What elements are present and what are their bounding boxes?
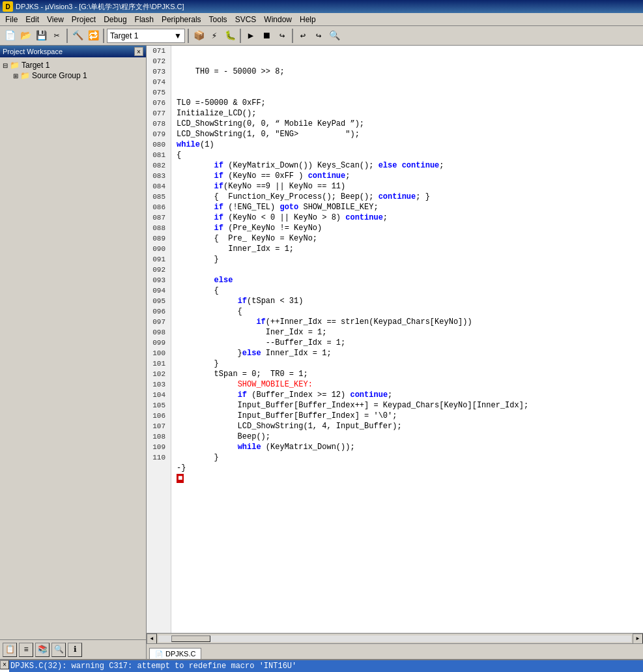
toolbar: 📄 📂 💾 ✂ 🔨 🔁 Target 1 ▼ 📦 ⚡ 🐛 ▶ ⏹ ↪ ↩ ↪ 🔍	[0, 26, 643, 46]
code-line: }else Inner_Idx = 1;	[177, 348, 643, 358]
menu-view[interactable]: View	[43, 14, 68, 25]
code-line: { Function_Key_Process(); Beep(); contin…	[177, 192, 643, 202]
line-number: 086	[149, 202, 168, 212]
toolbar-open[interactable]: 📂	[18, 29, 33, 43]
main-layout: Project Workspace × ⊟ 📁 Target 1 ⊞ 📁 Sou…	[0, 46, 643, 659]
line-number: 087	[149, 212, 168, 223]
menu-peripherals[interactable]: Peripherals	[158, 14, 205, 25]
sidebar-tree: ⊟ 📁 Target 1 ⊞ 📁 Source Group 1	[0, 57, 146, 639]
sidebar-btn-book[interactable]: 📚	[35, 643, 50, 657]
scroll-right-button[interactable]: ►	[633, 634, 643, 644]
line-number: 096	[149, 306, 168, 317]
menu-project[interactable]: Project	[68, 14, 100, 25]
sidebar-btn-regs[interactable]: ≡	[19, 643, 33, 657]
toolbar-flash2[interactable]: ⚡	[207, 29, 221, 43]
code-line: Iner_Idx = 1;	[177, 327, 643, 338]
code-editor[interactable]: 0710720730740750760770780790800810820830…	[147, 46, 643, 633]
toolbar-cut[interactable]: ✂	[50, 29, 64, 43]
line-number: 107	[149, 421, 168, 431]
code-content: 0710720730740750760770780790800810820830…	[147, 46, 643, 633]
sidebar-btn-build[interactable]: 📋	[3, 643, 17, 657]
group-folder-icon: 📁	[20, 71, 30, 80]
line-number: 075	[149, 87, 168, 98]
menu-debug[interactable]: Debug	[100, 14, 130, 25]
line-number: 074	[149, 77, 168, 87]
toolbar-rebuild[interactable]: 🔁	[86, 29, 100, 43]
code-line: else	[177, 275, 643, 285]
line-number: 103	[149, 379, 168, 390]
toolbar-undo[interactable]: ↩	[296, 29, 310, 43]
code-tab-label: DPJKS.C	[165, 650, 195, 658]
menu-flash[interactable]: Flash	[131, 14, 158, 25]
code-line: }	[177, 452, 643, 463]
line-number: 079	[149, 129, 168, 139]
code-lines[interactable]: TH0 = - 50000 >> 8;TL0 =-50000 & 0xFF;In…	[171, 46, 643, 633]
toolbar-run[interactable]: ▶	[244, 29, 258, 43]
code-line: }	[177, 254, 643, 265]
code-line: SHOW_MOBILE_KEY:	[177, 379, 643, 390]
target-dropdown[interactable]: Target 1 ▼	[107, 29, 185, 43]
toolbar-build[interactable]: 🔨	[70, 29, 85, 43]
line-number: 106	[149, 411, 168, 421]
line-number: 073	[149, 66, 168, 77]
code-line: {	[177, 285, 643, 296]
toolbar-device[interactable]: 📦	[192, 29, 206, 43]
menu-window[interactable]: Window	[260, 14, 296, 25]
menu-file[interactable]: File	[1, 14, 21, 25]
plus-icon: ⊞	[13, 72, 18, 80]
sidebar-item-target1[interactable]: ⊟ 📁 Target 1	[3, 60, 143, 70]
code-line: tSpan = 0; TR0 = 1;	[177, 369, 643, 379]
scroll-thumb[interactable]	[171, 635, 210, 642]
output-close-button[interactable]: ×	[0, 660, 9, 669]
toolbar-new[interactable]: 📄	[3, 29, 17, 43]
folder-icon: 📁	[10, 61, 20, 70]
line-number: 095	[149, 296, 168, 306]
code-line: { Pre_ KeyNo = KeyNo;	[177, 233, 643, 244]
code-line: if (!ENG_TEL) goto SHOW_MOBILE_KEY;	[177, 202, 643, 212]
horizontal-scrollbar[interactable]: ◄ ►	[147, 633, 643, 643]
code-line: LCD_ShowString(1, 0, "ENG> ");	[177, 129, 643, 139]
line-number: 098	[149, 327, 168, 338]
sidebar-item-source-group[interactable]: ⊞ 📁 Source Group 1	[13, 70, 143, 81]
code-line: -}	[177, 463, 643, 473]
output-content: × DPJKS.C(32): warning C317: attempt to …	[0, 660, 643, 672]
code-line: while(1)	[177, 139, 643, 150]
toolbar-sep3	[188, 29, 189, 43]
toolbar-step[interactable]: ↪	[275, 29, 289, 43]
code-line: if (Pre_KeyNo != KeyNo)	[177, 223, 643, 233]
code-line: Input_Buffer[Buffer_Index++] = Keypad_Ch…	[177, 400, 643, 411]
toolbar-debug2[interactable]: 🐛	[223, 29, 237, 43]
toolbar-redo[interactable]: ↪	[311, 29, 326, 43]
line-number: 072	[149, 56, 168, 66]
toolbar-save[interactable]: 💾	[34, 29, 48, 43]
line-number: 082	[149, 160, 168, 171]
line-number: 099	[149, 338, 168, 348]
line-number: 108	[149, 431, 168, 442]
sidebar-header: Project Workspace ×	[0, 46, 146, 57]
line-number: 109	[149, 442, 168, 452]
project-workspace: Project Workspace × ⊟ 📁 Target 1 ⊞ 📁 Sou…	[0, 46, 147, 659]
line-number: 083	[149, 171, 168, 181]
sidebar-btn-info[interactable]: ℹ	[68, 643, 82, 657]
title-text: DPJKS - µVision3 - [G:\单机学习\程序文件\DPJKS.C…	[16, 2, 184, 12]
toolbar-stop[interactable]: ⏹	[259, 29, 274, 43]
line-number: 101	[149, 358, 168, 369]
line-number: 078	[149, 119, 168, 129]
code-line	[177, 77, 643, 87]
line-number: 088	[149, 223, 168, 233]
line-number: 110	[149, 452, 168, 463]
sidebar-btn-search[interactable]: 🔍	[51, 643, 66, 657]
menu-svcs[interactable]: SVCS	[231, 14, 261, 25]
menu-edit[interactable]: Edit	[21, 14, 43, 25]
menu-tools[interactable]: Tools	[205, 14, 231, 25]
menu-help[interactable]: Help	[296, 14, 320, 25]
scroll-left-button[interactable]: ◄	[147, 634, 157, 644]
target-label: Target 1	[110, 31, 138, 40]
code-tabs: 📄 DPJKS.C	[147, 643, 643, 659]
scroll-track[interactable]	[158, 635, 631, 642]
output-line[interactable]: DPJKS.C(32): warning C317: attempt to re…	[9, 660, 643, 672]
code-tab-dpjks[interactable]: 📄 DPJKS.C	[149, 648, 201, 659]
toolbar-find[interactable]: 🔍	[327, 29, 341, 43]
expand-icon: ⊟	[3, 62, 8, 69]
sidebar-close-button[interactable]: ×	[134, 47, 143, 56]
